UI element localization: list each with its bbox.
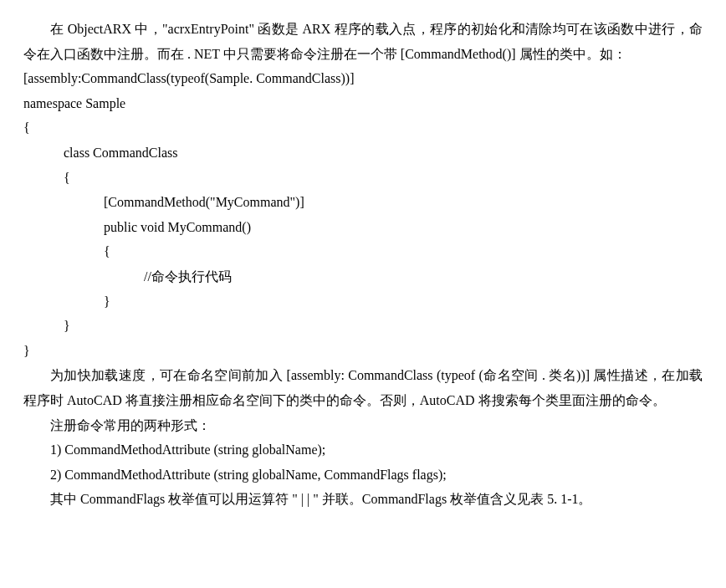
list-item-1: 1) CommandMethodAttribute (string global… <box>23 437 703 463</box>
code-line: [CommandMethod("MyCommand")] <box>23 190 703 215</box>
code-block: [assembly:CommandClass(typeof(Sample. Co… <box>23 66 703 363</box>
code-line: } <box>23 314 703 339</box>
code-line: class CommandClass <box>23 141 703 166</box>
code-line: { <box>23 166 703 191</box>
list-item-2: 2) CommandMethodAttribute (string global… <box>23 463 703 488</box>
code-line: [assembly:CommandClass(typeof(Sample. Co… <box>23 66 703 91</box>
code-line: { <box>23 239 703 264</box>
paragraph-objectarx: 在 ObjectARX 中，"acrxEntryPoint" 函数是 ARX 程… <box>23 17 703 66</box>
code-line: { <box>23 115 703 141</box>
paragraph-commandflags: 其中 CommandFlags 枚举值可以用运算符 " | | " 并联。Com… <box>23 487 703 512</box>
code-line: public void MyCommand() <box>23 215 703 240</box>
code-line: } <box>23 289 703 314</box>
code-line: namespace Sample <box>23 91 703 116</box>
paragraph-forms: 注册命令常用的两种形式： <box>23 413 703 438</box>
code-line: } <box>23 339 703 364</box>
code-line: //命令执行代码 <box>23 264 703 289</box>
paragraph-speedup: 为加快加载速度，可在命名空间前加入 [assembly: CommandClas… <box>23 363 703 412</box>
